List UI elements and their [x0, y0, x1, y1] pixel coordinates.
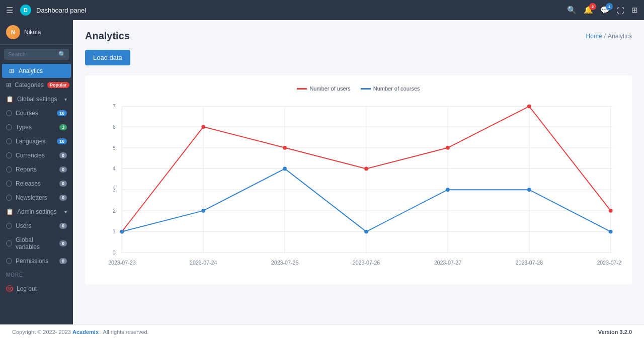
page-title: Analytics: [85, 30, 130, 42]
permissions-circle-icon: [6, 258, 12, 264]
svg-text:2023-07-27: 2023-07-27: [434, 260, 462, 266]
svg-text:2023-07-29: 2023-07-29: [597, 260, 622, 266]
languages-label: Languages: [16, 138, 53, 145]
messages-badge: 1: [606, 3, 613, 10]
sidebar-item-releases[interactable]: Releases 0: [0, 177, 73, 191]
main-content: Analytics Home / Analytics Load data Num…: [73, 20, 644, 324]
global-settings-icon: 📋: [6, 96, 14, 103]
courses-dot-5: [527, 188, 531, 192]
sidebar-item-users[interactable]: Users 0: [0, 219, 73, 233]
sidebar: N Nikola 🔍 ⊞ Analytics ⊞ Categories Popu…: [0, 20, 73, 324]
svg-text:3: 3: [113, 187, 116, 193]
topbar-right: 🔍 🔔 2 💬 1 ⛶ ⊞: [567, 6, 638, 15]
global-variables-circle-icon: [6, 240, 12, 246]
breadcrumb-current: Analytics: [608, 33, 632, 40]
sidebar-item-analytics[interactable]: ⊞ Analytics: [2, 64, 71, 78]
username: Nikola: [24, 29, 41, 36]
logout-icon: [6, 285, 13, 292]
releases-label: Releases: [16, 180, 56, 187]
sidebar-user: N Nikola: [0, 20, 73, 45]
logo: D: [20, 5, 31, 16]
chevron-down-icon: ▾: [64, 97, 67, 102]
legend-courses: Number of courses: [361, 86, 420, 92]
reports-badge: 0: [59, 166, 67, 173]
sidebar-item-reports[interactable]: Reports 0: [0, 162, 73, 177]
global-settings-label: Global settings: [17, 96, 57, 103]
sidebar-item-admin-settings[interactable]: 📋 Admin settings ▾: [0, 205, 73, 219]
analytics-chart: .grid-line { stroke: #e2e8f0; stroke-wid…: [95, 97, 622, 272]
search-icon[interactable]: 🔍: [567, 6, 577, 15]
newsletters-badge: 0: [59, 195, 67, 201]
avatar: N: [6, 25, 20, 39]
hamburger-icon[interactable]: ☰: [6, 6, 13, 15]
avatar-image: N: [6, 25, 20, 39]
courses-dot-1: [201, 209, 205, 213]
notifications-icon[interactable]: 🔔 2: [584, 6, 593, 15]
legend-users: Number of users: [297, 86, 350, 92]
footer: Copyright © 2022- 2023 Academix . All ri…: [0, 324, 644, 339]
svg-text:2023-07-23: 2023-07-23: [108, 260, 136, 266]
courses-dot-0: [120, 230, 124, 234]
svg-text:0: 0: [113, 249, 116, 256]
sidebar-item-global-variables[interactable]: Global variables 0: [0, 233, 73, 254]
users-dot-5: [527, 105, 531, 109]
logout-button[interactable]: Log out: [0, 282, 73, 296]
search-container: 🔍: [0, 45, 73, 64]
expand-icon[interactable]: ⛶: [617, 6, 624, 15]
breadcrumb-home[interactable]: Home: [586, 33, 602, 40]
messages-icon[interactable]: 💬 1: [600, 6, 610, 15]
categories-label: Categories: [15, 81, 44, 89]
users-badge: 0: [59, 223, 67, 229]
app-title: Dashboard panel: [36, 7, 86, 14]
footer-copyright: Copyright © 2022- 2023 Academix . All ri…: [12, 329, 149, 335]
sidebar-item-languages[interactable]: Languages 10: [0, 134, 73, 148]
sidebar-item-currencies[interactable]: Currencies 0: [0, 148, 73, 162]
currencies-badge: 0: [59, 152, 67, 158]
reports-circle-icon: [6, 166, 12, 173]
newsletters-label: Newsletters: [16, 194, 56, 201]
courses-label: Courses: [16, 110, 53, 117]
sidebar-item-newsletters[interactable]: Newsletters 0: [0, 191, 73, 205]
footer-version: Version 3.2.0: [598, 329, 632, 335]
grid-icon[interactable]: ⊞: [631, 6, 638, 15]
chart-legend: Number of users Number of courses: [95, 86, 622, 92]
global-variables-label: Global variables: [16, 236, 56, 250]
users-dot-6: [609, 209, 613, 213]
svg-text:4: 4: [113, 165, 116, 172]
permissions-label: Permissions: [16, 258, 56, 265]
legend-courses-color: [361, 88, 371, 90]
search-icon[interactable]: 🔍: [58, 51, 66, 58]
svg-text:2: 2: [113, 208, 116, 214]
footer-company-link[interactable]: Academix: [72, 329, 99, 335]
sidebar-item-permissions[interactable]: Permissions 0: [0, 254, 73, 268]
sidebar-more: MORE: [0, 268, 73, 282]
reports-label: Reports: [16, 166, 56, 173]
currencies-label: Currencies: [16, 152, 56, 159]
users-dot-3: [364, 167, 368, 171]
languages-circle-icon: [6, 138, 12, 144]
users-dot-4: [446, 146, 450, 150]
releases-circle-icon: [6, 181, 12, 187]
svg-text:1: 1: [113, 228, 116, 234]
sidebar-item-categories[interactable]: ⊞ Categories Popular: [0, 78, 73, 92]
sidebar-item-types[interactable]: Types 3: [0, 120, 73, 134]
legend-courses-label: Number of courses: [373, 86, 420, 92]
analytics-label: Analytics: [19, 67, 65, 74]
courses-dot-4: [446, 188, 450, 192]
courses-circle-icon: [6, 110, 12, 116]
sidebar-item-global-settings[interactable]: 📋 Global settings ▾: [0, 92, 73, 106]
svg-text:2023-07-26: 2023-07-26: [353, 260, 380, 266]
load-data-button[interactable]: Load data: [85, 50, 130, 65]
permissions-badge: 0: [59, 258, 67, 264]
types-label: Types: [16, 124, 56, 131]
chart-container: Number of users Number of courses .grid-…: [85, 75, 632, 284]
svg-text:6: 6: [113, 124, 116, 130]
users-dot-1: [201, 125, 205, 129]
currencies-circle-icon: [6, 152, 12, 158]
categories-badge: Popular: [47, 82, 69, 88]
analytics-icon: ⊞: [8, 67, 15, 74]
sidebar-item-courses[interactable]: Courses 10: [0, 106, 73, 120]
topbar-left: ☰ D Dashboard panel: [6, 5, 86, 16]
page-header: Analytics Home / Analytics: [85, 30, 632, 42]
types-circle-icon: [6, 124, 12, 130]
